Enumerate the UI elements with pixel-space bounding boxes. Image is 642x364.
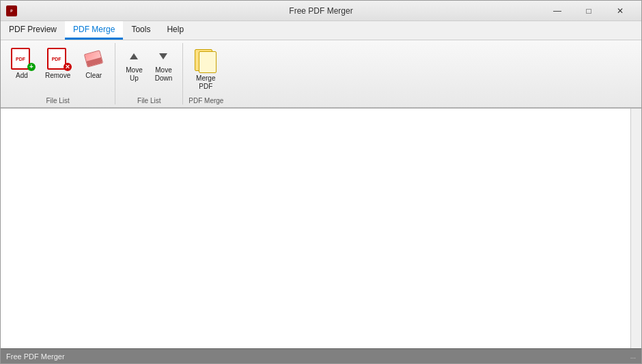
file-list-group-label: File List (6, 94, 109, 104)
move-down-label: MoveDown (155, 66, 173, 83)
close-button[interactable]: ✕ (604, 1, 636, 21)
menu-pdf-merge[interactable]: PDF Merge (65, 21, 123, 40)
merge-icon (193, 48, 218, 72)
title-bar: P Free PDF Merger — □ ✕ (1, 1, 641, 21)
ribbon-merge-buttons: MergePDF (189, 43, 223, 94)
move-up-button[interactable]: MoveUp (121, 44, 147, 86)
arrow-down-icon (155, 48, 171, 64)
scrollbar[interactable] (630, 109, 641, 348)
clear-label: Clear (85, 72, 102, 80)
title-bar-left: P (6, 5, 17, 16)
ribbon-move-buttons: MoveUp MoveDown (121, 43, 177, 94)
merge-pdf-label: MergePDF (196, 74, 215, 91)
arrow-up-icon (126, 48, 142, 64)
menu-bar: PDF Preview PDF Merge Tools Help (1, 21, 641, 40)
merge-pdf-button[interactable]: MergePDF (189, 44, 223, 94)
pdf-merge-group-label: PDF Merge (189, 94, 223, 104)
clear-button[interactable]: Clear (78, 44, 109, 83)
remove-button[interactable]: ✕ Remove (40, 44, 75, 83)
minimize-button[interactable]: — (542, 1, 573, 21)
ribbon-group-file-list: + Add ✕ Remove Clear File List (1, 43, 115, 104)
move-up-label: MoveUp (126, 66, 142, 83)
remove-label: Remove (45, 72, 70, 80)
move-group-label: File List (121, 94, 177, 104)
menu-tools[interactable]: Tools (123, 21, 158, 40)
status-right: ... (630, 352, 636, 360)
ribbon-group-move: MoveUp MoveDown File List (115, 43, 183, 104)
window-controls: — □ ✕ (542, 1, 636, 21)
app-icon: P (6, 5, 17, 16)
ribbon-file-list-buttons: + Add ✕ Remove Clear (6, 43, 109, 94)
content-area (1, 109, 641, 348)
add-icon: + (11, 48, 33, 70)
ribbon: + Add ✕ Remove Clear File List (1, 40, 641, 109)
move-down-button[interactable]: MoveDown (150, 44, 178, 86)
ribbon-group-pdf-merge: MergePDF PDF Merge (183, 43, 229, 104)
clear-icon (83, 48, 104, 70)
status-dots: ... (630, 352, 636, 360)
status-bar: Free PDF Merger ... (1, 348, 641, 363)
maximize-button[interactable]: □ (573, 1, 604, 21)
menu-help[interactable]: Help (158, 21, 192, 40)
app-title: Free PDF Merger (289, 6, 352, 16)
add-button[interactable]: + Add (6, 44, 38, 83)
status-text: Free PDF Merger (6, 352, 65, 361)
remove-icon: ✕ (47, 48, 69, 70)
add-label: Add (16, 72, 28, 80)
menu-pdf-preview[interactable]: PDF Preview (1, 21, 65, 40)
